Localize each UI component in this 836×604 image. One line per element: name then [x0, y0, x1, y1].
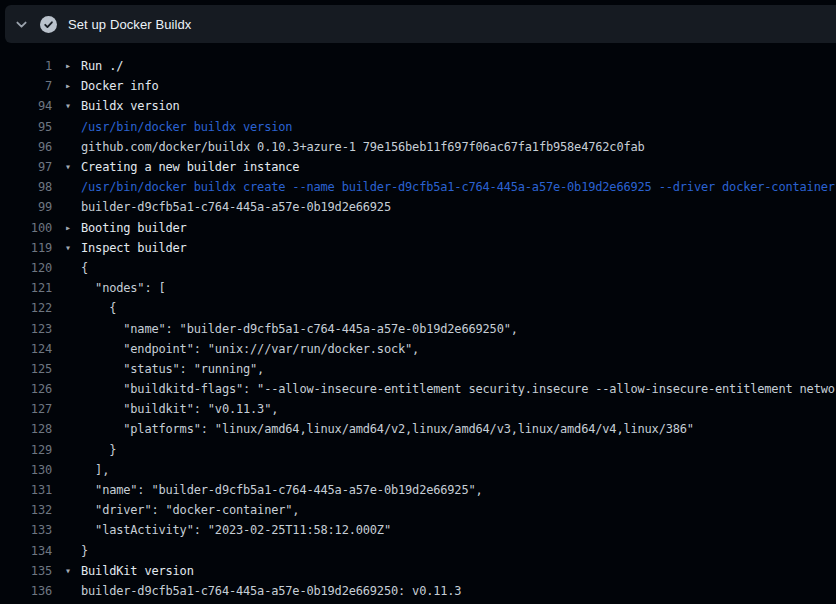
line-number[interactable]: 125 [0, 362, 52, 376]
collapse-group-icon[interactable]: ▾ [65, 101, 81, 111]
chevron-down-icon [15, 18, 28, 31]
log-line: 126 "buildkitd-flags": "--allow-insecure… [0, 379, 836, 399]
log-text: "endpoint": "unix:///var/run/docker.sock… [81, 342, 419, 356]
log-line: 119 ▾ Inspect builder [0, 238, 836, 258]
log-text: { [81, 301, 116, 315]
line-number[interactable]: 124 [0, 342, 52, 356]
line-number[interactable]: 130 [0, 463, 52, 477]
line-number[interactable]: 1 [0, 59, 52, 73]
log-line: 94 ▾ Buildx version [0, 96, 836, 116]
line-number[interactable]: 123 [0, 322, 52, 336]
log-text: "platforms": "linux/amd64,linux/amd64/v2… [81, 422, 694, 436]
line-number[interactable]: 98 [0, 180, 52, 194]
log-text: /usr/bin/docker buildx version [81, 120, 292, 134]
log-line: 120 { [0, 258, 836, 278]
log-text: ], [81, 463, 109, 477]
log-text: "nodes": [ [81, 281, 166, 295]
log-line: 127 "buildkit": "v0.11.3", [0, 399, 836, 419]
step-collapse-button[interactable] [10, 5, 32, 43]
log-text: "status": "running", [81, 362, 264, 376]
line-number[interactable]: 129 [0, 443, 52, 457]
step-title: Set up Docker Buildx [68, 17, 191, 32]
expand-group-icon[interactable]: ▸ [65, 61, 81, 71]
log-line: 96 github.com/docker/buildx 0.10.3+azure… [0, 137, 836, 157]
line-number[interactable]: 122 [0, 301, 52, 315]
log-line: 130 ], [0, 460, 836, 480]
log-line: 124 "endpoint": "unix:///var/run/docker.… [0, 339, 836, 359]
line-number[interactable]: 135 [0, 564, 52, 578]
log-text: "buildkit": "v0.11.3", [81, 402, 278, 416]
log-text: /usr/bin/docker buildx create --name bui… [81, 180, 835, 194]
log-line: 132 "driver": "docker-container", [0, 500, 836, 520]
log-group-title[interactable]: Run ./ [81, 59, 123, 73]
log-group-title[interactable]: Booting builder [81, 221, 187, 235]
collapse-group-icon[interactable]: ▾ [65, 243, 81, 253]
expand-group-icon[interactable]: ▸ [65, 81, 81, 91]
log-line: 131 "name": "builder-d9cfb5a1-c764-445a-… [0, 480, 836, 500]
line-number[interactable]: 132 [0, 503, 52, 517]
line-number[interactable]: 7 [0, 79, 52, 93]
line-number[interactable]: 96 [0, 140, 52, 154]
line-number[interactable]: 136 [0, 584, 52, 598]
expand-group-icon[interactable]: ▸ [65, 223, 81, 233]
log-line: 100 ▸ Booting builder [0, 218, 836, 238]
log-line: 128 "platforms": "linux/amd64,linux/amd6… [0, 419, 836, 439]
log-line: 97 ▾ Creating a new builder instance [0, 157, 836, 177]
log-line: 125 "status": "running", [0, 359, 836, 379]
check-circle-icon [40, 16, 57, 33]
log-line: 95 /usr/bin/docker buildx version [0, 117, 836, 137]
log-lines: 1 ▸ Run ./ 7 ▸ Docker info 94 ▾ Buildx v… [0, 43, 836, 601]
collapse-group-icon[interactable]: ▾ [65, 566, 81, 576]
log-line: 133 "lastActivity": "2023-02-25T11:58:12… [0, 520, 836, 540]
log-line: 135 ▾ BuildKit version [0, 561, 836, 581]
log-text: builder-d9cfb5a1-c764-445a-a57e-0b19d2e6… [81, 584, 461, 598]
log-group-title[interactable]: Inspect builder [81, 241, 187, 255]
line-number[interactable]: 127 [0, 402, 52, 416]
line-number[interactable]: 97 [0, 160, 52, 174]
log-text: "driver": "docker-container", [81, 503, 299, 517]
collapse-group-icon[interactable]: ▾ [65, 162, 81, 172]
line-number[interactable]: 119 [0, 241, 52, 255]
log-text: } [81, 443, 116, 457]
log-line: 134 } [0, 541, 836, 561]
log-line: 129 } [0, 440, 836, 460]
line-number[interactable]: 95 [0, 120, 52, 134]
log-group-title[interactable]: Buildx version [81, 99, 180, 113]
log-text: "lastActivity": "2023-02-25T11:58:12.000… [81, 523, 391, 537]
log-text: "buildkitd-flags": "--allow-insecure-ent… [81, 382, 836, 396]
line-number[interactable]: 134 [0, 544, 52, 558]
line-number[interactable]: 121 [0, 281, 52, 295]
log-line: 123 "name": "builder-d9cfb5a1-c764-445a-… [0, 318, 836, 338]
log-line: 121 "nodes": [ [0, 278, 836, 298]
line-number[interactable]: 100 [0, 221, 52, 235]
line-number[interactable]: 128 [0, 422, 52, 436]
log-line: 1 ▸ Run ./ [0, 56, 836, 76]
log-group-title[interactable]: Docker info [81, 79, 159, 93]
line-number[interactable]: 131 [0, 483, 52, 497]
log-text: } [81, 544, 88, 558]
log-line: 136 builder-d9cfb5a1-c764-445a-a57e-0b19… [0, 581, 836, 601]
step-header[interactable]: Set up Docker Buildx [5, 5, 836, 43]
log-line: 7 ▸ Docker info [0, 76, 836, 96]
line-number[interactable]: 126 [0, 382, 52, 396]
log-line: 98 /usr/bin/docker buildx create --name … [0, 177, 836, 197]
log-text: { [81, 261, 88, 275]
log-line: 122 { [0, 298, 836, 318]
log-text: github.com/docker/buildx 0.10.3+azure-1 … [81, 140, 645, 154]
line-number[interactable]: 94 [0, 99, 52, 113]
line-number[interactable]: 99 [0, 200, 52, 214]
line-number[interactable]: 133 [0, 523, 52, 537]
log-line: 99 builder-d9cfb5a1-c764-445a-a57e-0b19d… [0, 197, 836, 217]
log-group-title[interactable]: BuildKit version [81, 564, 194, 578]
log-group-title[interactable]: Creating a new builder instance [81, 160, 299, 174]
line-number[interactable]: 120 [0, 261, 52, 275]
log-text: "name": "builder-d9cfb5a1-c764-445a-a57e… [81, 483, 483, 497]
log-text: "name": "builder-d9cfb5a1-c764-445a-a57e… [81, 322, 518, 336]
log-text: builder-d9cfb5a1-c764-445a-a57e-0b19d2e6… [81, 200, 391, 214]
